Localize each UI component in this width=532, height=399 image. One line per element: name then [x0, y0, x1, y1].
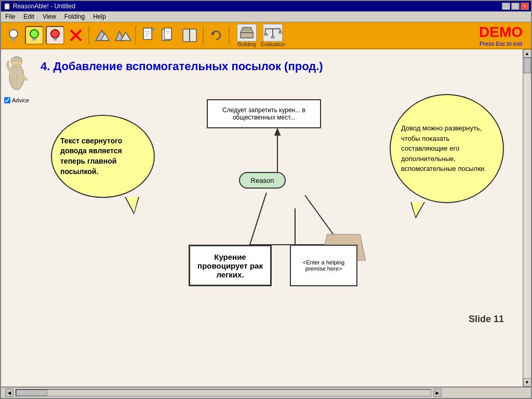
menu-folding[interactable]: Folding: [62, 12, 87, 21]
window-title: ReasonAble! - Untitled: [13, 3, 75, 10]
svg-rect-44: [264, 33, 268, 35]
scroll-up-button[interactable]: ▲: [523, 49, 531, 58]
building-label: Building: [237, 42, 256, 47]
speech-bubble-right: Довод можно развернуть, чтобы показать с…: [390, 94, 504, 203]
mountains-icon[interactable]: [113, 26, 132, 45]
menu-file[interactable]: File: [3, 12, 17, 21]
svg-rect-3: [12, 41, 15, 42]
svg-rect-37: [241, 33, 253, 38]
svg-line-58: [250, 193, 267, 245]
svg-rect-1: [11, 38, 16, 39]
toolbar: Building Evaluation: [1, 22, 531, 49]
svg-line-7: [30, 30, 31, 31]
speech-left-text: Текст свернутого довода является теперь …: [60, 136, 145, 177]
svg-point-10: [51, 30, 59, 38]
diagram-area: Следует запретить курен... в общественны…: [41, 84, 514, 333]
svg-rect-33: [190, 29, 196, 42]
title-bar: 📋 ReasonAble! - Untitled _ □ ×: [1, 1, 531, 11]
scroll-right-button[interactable]: ►: [433, 389, 442, 397]
menu-view[interactable]: View: [41, 12, 58, 21]
horizontal-scroll-thumb[interactable]: [16, 390, 47, 396]
svg-line-12: [59, 30, 60, 31]
premise1-text: Курение провоцирует рак легких.: [194, 252, 266, 279]
content-area: Advice 4. Добавление вспомогательных пос…: [1, 49, 531, 387]
svg-line-51: [7, 65, 11, 73]
minimize-button[interactable]: _: [502, 3, 510, 10]
toolbar-separator-1: [88, 26, 89, 45]
evaluation-button[interactable]: Evaluation: [261, 24, 285, 47]
svg-line-6: [38, 30, 39, 31]
bulb-green-icon[interactable]: [25, 26, 44, 45]
svg-marker-57: [274, 128, 281, 136]
svg-point-4: [30, 30, 38, 38]
refresh-icon[interactable]: [207, 26, 225, 45]
main-content: 4. Добавление вспомогательных посылок (п…: [32, 49, 523, 387]
menu-help[interactable]: Help: [91, 12, 108, 21]
bulb-red-icon[interactable]: [46, 26, 64, 45]
advice-checkbox-area[interactable]: Advice: [4, 97, 29, 103]
svg-rect-46: [272, 36, 275, 38]
svg-line-52: [7, 62, 8, 65]
speech-right-text: Довод можно развернуть, чтобы показать с…: [401, 123, 493, 174]
svg-rect-15: [54, 39, 57, 41]
slide-title: 4. Добавление вспомогательных посылок (п…: [41, 60, 514, 73]
menu-bar: File Edit View Folding Help: [1, 11, 531, 22]
toolbar-separator-3: [203, 26, 204, 45]
speech-bubble-left: Текст свернутого довода является теперь …: [51, 115, 155, 198]
advice-checkbox[interactable]: [4, 97, 10, 103]
svg-rect-14: [53, 38, 57, 39]
main-claim-node[interactable]: Следует запретить курен... в общественны…: [207, 99, 321, 128]
svg-rect-9: [33, 39, 36, 41]
demo-title: DEMO: [479, 24, 523, 41]
horizontal-scrollbar-track: [16, 389, 431, 396]
title-bar-buttons: _ □ ×: [502, 3, 529, 10]
application-window: 📋 ReasonAble! - Untitled _ □ × File Edit…: [0, 0, 532, 399]
svg-line-59: [305, 195, 341, 245]
close-button[interactable]: ×: [521, 3, 529, 10]
scroll-left-button[interactable]: ◄: [5, 389, 14, 397]
toolbar-separator-2: [135, 26, 136, 45]
demo-subtitle: Press Esc to exit: [480, 41, 522, 47]
scroll-down-button[interactable]: ▼: [523, 378, 531, 387]
evaluation-label: Evaluation: [261, 42, 285, 47]
scroll-thumb[interactable]: [524, 58, 531, 73]
svg-marker-36: [241, 28, 253, 33]
helping-premise-node[interactable]: <Enter a helping premise here>: [290, 245, 357, 286]
demo-section: DEMO Press Esc to exit: [474, 24, 528, 47]
svg-line-13: [50, 30, 51, 31]
page-icon[interactable]: [139, 26, 158, 45]
reason-node[interactable]: Reason: [239, 172, 286, 189]
building-button[interactable]: Building: [237, 24, 257, 47]
reason-text: Reason: [251, 177, 274, 184]
book-icon[interactable]: [181, 26, 200, 45]
sage-figure: [4, 54, 29, 95]
premise1-node[interactable]: Курение провоцирует рак легких.: [189, 245, 272, 286]
delete-icon[interactable]: [66, 26, 85, 45]
bulb-off-icon[interactable]: [4, 26, 23, 45]
main-claim-text: Следует запретить курен... в общественны…: [210, 107, 318, 121]
maximize-button[interactable]: □: [511, 3, 520, 10]
svg-rect-29: [164, 28, 171, 39]
svg-rect-24: [152, 28, 154, 30]
status-bar: ◄ ►: [1, 387, 531, 398]
title-bar-left: 📋 ReasonAble! - Untitled: [3, 3, 75, 10]
building-icon: [237, 24, 257, 42]
app-icon: 📋: [3, 3, 11, 10]
evaluation-icon: [263, 24, 283, 42]
mountain-icon[interactable]: [92, 26, 111, 45]
svg-rect-32: [183, 29, 190, 42]
two-pages-icon[interactable]: [160, 26, 179, 45]
slide-number: Slide 11: [469, 314, 504, 325]
svg-point-0: [9, 30, 18, 38]
svg-rect-45: [279, 32, 282, 33]
left-sidebar: Advice: [1, 49, 32, 387]
toolbar-separator-4: [229, 26, 230, 45]
scrollbar-right[interactable]: ▲ ▼: [523, 49, 531, 387]
building-eval-group: Building Evaluation: [237, 24, 285, 47]
scroll-track: [524, 58, 531, 378]
advice-label: Advice: [12, 97, 29, 103]
svg-rect-2: [12, 39, 15, 41]
menu-edit[interactable]: Edit: [21, 12, 36, 21]
helping-premise-text: <Enter a helping premise here>: [293, 259, 354, 272]
svg-rect-8: [32, 38, 36, 39]
